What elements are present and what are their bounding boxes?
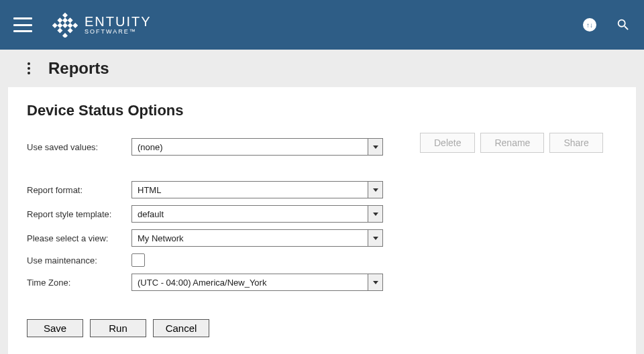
svg-rect-6	[62, 23, 68, 28]
cancel-button[interactable]: Cancel	[153, 319, 209, 337]
page-header: Reports	[0, 50, 644, 87]
format-label: Report format:	[27, 185, 131, 195]
saved-values-select[interactable]: (none)	[131, 138, 383, 156]
saved-values-label: Use saved values:	[27, 142, 131, 152]
chevron-down-icon	[368, 182, 382, 198]
options-panel: Device Status Options Delete Rename Shar…	[8, 87, 636, 354]
view-label: Please select a view:	[27, 233, 131, 243]
template-value: default	[132, 206, 368, 222]
maintenance-label: Use maintenance:	[27, 255, 131, 266]
svg-rect-4	[52, 23, 58, 28]
delete-button[interactable]: Delete	[420, 133, 475, 153]
brand-logo: ENTUITY SOFTWARE™	[52, 12, 152, 38]
timezone-label: Time Zone:	[27, 278, 131, 288]
timezone-select[interactable]: (UTC - 04:00) America/New_York	[131, 274, 383, 291]
svg-rect-10	[68, 28, 73, 34]
svg-rect-3	[68, 17, 73, 23]
menu-icon[interactable]	[13, 17, 32, 32]
svg-rect-7	[68, 23, 73, 28]
svg-rect-11	[62, 33, 68, 38]
brand-sub: SOFTWARE™	[85, 28, 152, 35]
breadcrumb: Reports	[48, 59, 109, 78]
svg-rect-2	[62, 17, 68, 23]
svg-rect-0	[62, 13, 68, 18]
share-button[interactable]: Share	[549, 133, 602, 153]
rename-button[interactable]: Rename	[480, 133, 544, 153]
swap-icon[interactable]: ↑↓	[582, 17, 597, 32]
saved-values-value: (none)	[132, 139, 368, 155]
chevron-down-icon	[368, 139, 382, 155]
search-icon[interactable]	[616, 17, 631, 32]
top-app-bar: ENTUITY SOFTWARE™ ↑↓	[0, 0, 644, 50]
action-buttons: Save Run Cancel	[27, 319, 617, 337]
svg-rect-5	[57, 23, 62, 28]
view-select[interactable]: My Network	[131, 229, 383, 247]
run-button[interactable]: Run	[90, 319, 146, 337]
more-options-icon[interactable]	[24, 62, 34, 74]
chevron-down-icon	[368, 206, 382, 222]
chevron-down-icon	[368, 274, 382, 290]
template-label: Report style template:	[27, 209, 131, 219]
saved-values-actions: Delete Rename Share	[420, 133, 603, 153]
chevron-down-icon	[368, 230, 382, 246]
save-button[interactable]: Save	[27, 319, 83, 337]
format-select[interactable]: HTML	[131, 181, 383, 198]
template-select[interactable]: default	[131, 205, 383, 223]
svg-rect-9	[57, 28, 62, 34]
format-value: HTML	[132, 182, 368, 198]
brand-name: ENTUITY	[85, 15, 152, 28]
page-title: Device Status Options	[27, 102, 617, 119]
logo-mark-icon	[52, 12, 78, 38]
svg-rect-8	[72, 23, 78, 28]
svg-rect-1	[57, 17, 62, 23]
timezone-value: (UTC - 04:00) America/New_York	[132, 274, 368, 290]
view-value: My Network	[132, 230, 368, 246]
maintenance-checkbox[interactable]	[131, 253, 145, 267]
